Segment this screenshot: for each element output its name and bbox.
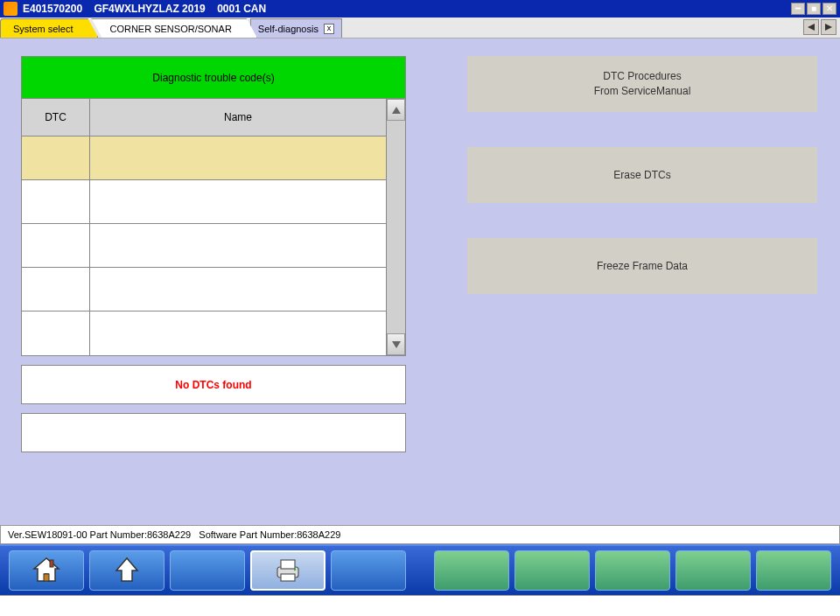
toolbar-green-4[interactable] <box>676 550 751 591</box>
svg-marker-3 <box>392 341 401 348</box>
table-row[interactable] <box>22 224 386 268</box>
scroll-down-button[interactable] <box>387 333 405 355</box>
btn-label: Erase DTCs <box>613 168 670 183</box>
svg-rect-6 <box>44 574 49 581</box>
toolbar-green-2[interactable] <box>514 550 590 591</box>
dtc-col-name: Name <box>90 99 386 136</box>
maximize-button[interactable]: ■ <box>807 3 821 15</box>
bottom-toolbar <box>0 544 840 595</box>
no-dtcs-label: No DTCs found <box>175 379 251 391</box>
status-bar: Ver.SEW18091-00 Part Number:8638A229 Sof… <box>0 525 840 544</box>
toolbar-slot-3[interactable] <box>170 550 245 591</box>
scroll-track[interactable] <box>387 121 405 333</box>
dtc-panel-header: Diagnostic trouble code(s) <box>22 57 405 99</box>
home-button[interactable] <box>9 550 84 591</box>
title-bar: E401570200 GF4WXLHYZLAZ 2019 0001 CAN ━ … <box>0 0 840 18</box>
tab-next-button[interactable] <box>821 19 836 35</box>
tab-self-diagnosis[interactable]: Self-diagnosis x <box>250 18 342 38</box>
dtc-col-dtc: DTC <box>22 99 90 136</box>
triangle-right-icon <box>825 24 832 31</box>
status-version: Ver.SEW18091-00 <box>8 529 88 540</box>
table-row[interactable] <box>22 268 386 312</box>
svg-marker-2 <box>392 107 401 114</box>
svg-marker-7 <box>116 558 137 581</box>
triangle-up-icon <box>392 107 401 114</box>
tab-close-button[interactable]: x <box>324 24 334 34</box>
freeze-frame-button[interactable]: Freeze Frame Data <box>467 238 817 294</box>
toolbar-green-5[interactable] <box>756 550 831 591</box>
triangle-left-icon <box>808 24 815 31</box>
table-row[interactable] <box>22 180 386 224</box>
tab-label: CORNER SENSOR/SONAR <box>109 24 231 34</box>
btn-label-line2: From ServiceManual <box>594 85 691 97</box>
toolbar-green-3[interactable] <box>595 550 670 591</box>
title-conn: 0001 CAN <box>217 3 266 15</box>
close-button[interactable]: ✕ <box>822 3 836 15</box>
tab-prev-button[interactable] <box>803 19 819 35</box>
svg-rect-9 <box>281 560 295 569</box>
print-button[interactable] <box>250 550 326 591</box>
work-area: Diagnostic trouble code(s) DTC Name <box>0 38 840 525</box>
svg-point-11 <box>294 569 296 570</box>
minimize-button[interactable]: ━ <box>791 3 805 15</box>
table-row[interactable] <box>22 312 386 355</box>
up-arrow-icon <box>111 555 143 586</box>
dtc-panel: Diagnostic trouble code(s) DTC Name <box>21 56 406 356</box>
svg-marker-0 <box>808 24 815 31</box>
tab-system-select[interactable]: System select <box>0 18 98 38</box>
status-software-part-number: Software Part Number:8638A229 <box>199 529 340 540</box>
tab-label: Self-diagnosis <box>258 24 318 34</box>
svg-rect-10 <box>281 574 295 581</box>
printer-icon <box>272 555 304 586</box>
back-button[interactable] <box>89 550 164 591</box>
dtc-table: DTC Name <box>22 99 386 355</box>
btn-label-line1: DTC Procedures <box>603 70 681 82</box>
scroll-up-button[interactable] <box>387 99 405 121</box>
dtc-scrollbar[interactable] <box>386 99 405 355</box>
tab-corner-sensor[interactable]: CORNER SENSOR/SONAR <box>91 18 256 38</box>
status-part-number: Part Number:8638A229 <box>90 529 192 540</box>
toolbar-green-1[interactable] <box>434 550 509 591</box>
tab-label: System select <box>13 24 73 34</box>
status-message: No DTCs found <box>21 365 406 404</box>
bottom-strip <box>0 595 840 616</box>
triangle-down-icon <box>392 341 401 348</box>
house-icon <box>31 555 62 586</box>
btn-label: Freeze Frame Data <box>597 259 688 274</box>
tab-bar: System select CORNER SENSOR/SONAR Self-d… <box>0 18 840 38</box>
erase-dtcs-button[interactable]: Erase DTCs <box>467 147 817 203</box>
title-code: E401570200 <box>23 3 82 15</box>
dtc-procedures-button[interactable]: DTC Procedures From ServiceManual <box>467 56 817 112</box>
svg-marker-1 <box>825 24 832 31</box>
title-bar-text: E401570200 GF4WXLHYZLAZ 2019 0001 CAN <box>23 3 791 15</box>
title-vin: GF4WXLHYZLAZ 2019 <box>94 3 205 15</box>
description-box <box>21 413 406 452</box>
svg-rect-5 <box>50 560 53 567</box>
app-logo-icon <box>4 2 18 16</box>
table-row[interactable] <box>22 136 386 180</box>
toolbar-slot-5[interactable] <box>331 550 406 591</box>
